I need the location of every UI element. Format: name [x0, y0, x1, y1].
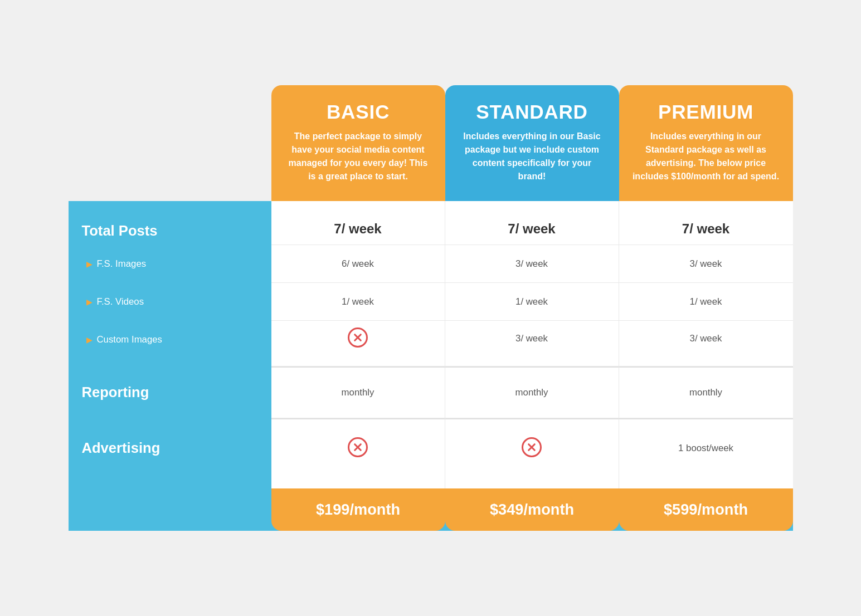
standard-advertising-unavailable-icon — [522, 437, 542, 457]
premium-fs-videos-cell: 1/ week — [619, 283, 793, 321]
basic-custom-images-cell — [271, 321, 445, 366]
custom-images-row: ▶ Custom Images 3/ week 3/ week — [69, 321, 793, 366]
total-posts-row: Total Posts 7/ week 7/ week 7/ week — [69, 201, 793, 245]
basic-fs-videos-cell: 1/ week — [271, 283, 445, 321]
total-posts-label: Total Posts — [82, 223, 258, 239]
standard-price-text: $349/month — [490, 501, 574, 518]
header-row: BASIC The perfect package to simply have… — [69, 85, 793, 201]
advertising-label: Advertising — [82, 440, 258, 456]
premium-reporting-cell: monthly — [619, 366, 793, 418]
premium-price: $599/month — [619, 488, 793, 531]
standard-total-posts-value: 7/ week — [508, 221, 555, 236]
premium-price-cell: $599/month — [619, 488, 793, 531]
custom-images-arrow-icon: ▶ — [86, 335, 93, 344]
empty-header — [69, 85, 271, 201]
price-row: $199/month $349/month $599/month — [69, 488, 793, 531]
basic-advertising-cell — [271, 418, 445, 488]
standard-advertising-cell — [445, 418, 619, 488]
reporting-row: Reporting monthly monthly monthly — [69, 366, 793, 418]
fs-videos-arrow-icon: ▶ — [86, 297, 93, 306]
premium-fs-images-cell: 3/ week — [619, 245, 793, 283]
basic-total-posts-value: 7/ week — [334, 221, 381, 236]
premium-total-posts-value: 7/ week — [682, 221, 729, 236]
pricing-container: BASIC The perfect package to simply have… — [69, 85, 793, 531]
reporting-label: Reporting — [82, 384, 258, 400]
standard-fs-images-value: 3/ week — [515, 258, 548, 269]
advertising-label-cell: Advertising — [69, 418, 271, 488]
standard-custom-images-value: 3/ week — [515, 333, 548, 344]
standard-total-posts-cell: 7/ week — [445, 201, 619, 245]
standard-reporting-cell: monthly — [445, 366, 619, 418]
basic-fs-images-cell: 6/ week — [271, 245, 445, 283]
basic-price-text: $199/month — [316, 501, 400, 518]
pricing-table: BASIC The perfect package to simply have… — [69, 85, 793, 531]
basic-plan-header: BASIC The perfect package to simply have… — [271, 85, 445, 201]
advertising-row: Advertising 1 boost/week — [69, 418, 793, 488]
standard-header: STANDARD Includes everything in our Basi… — [445, 85, 619, 201]
basic-plan-name: BASIC — [285, 101, 432, 123]
total-posts-label-cell: Total Posts — [69, 201, 271, 245]
premium-advertising-cell: 1 boost/week — [619, 418, 793, 488]
standard-custom-images-cell: 3/ week — [445, 321, 619, 366]
standard-plan-desc: Includes everything in our Basic package… — [459, 130, 606, 183]
standard-plan-header: STANDARD Includes everything in our Basi… — [445, 85, 619, 201]
premium-price-text: $599/month — [664, 501, 748, 518]
price-empty-cell — [69, 488, 271, 531]
basic-custom-images-unavailable-icon — [348, 327, 368, 348]
premium-total-posts-cell: 7/ week — [619, 201, 793, 245]
basic-fs-videos-value: 1/ week — [342, 296, 374, 307]
premium-fs-images-value: 3/ week — [690, 258, 722, 269]
custom-images-label: ▶ Custom Images — [82, 329, 258, 351]
basic-reporting-value: monthly — [342, 387, 374, 398]
premium-reporting-value: monthly — [689, 387, 722, 398]
premium-custom-images-value: 3/ week — [690, 333, 722, 344]
basic-price: $199/month — [271, 488, 445, 531]
reporting-label-cell: Reporting — [69, 366, 271, 418]
basic-price-cell: $199/month — [271, 488, 445, 531]
premium-advertising-value: 1 boost/week — [678, 443, 733, 453]
fs-images-label: ▶ F.S. Images — [82, 253, 258, 275]
fs-videos-label-cell: ▶ F.S. Videos — [69, 283, 271, 321]
standard-fs-videos-cell: 1/ week — [445, 283, 619, 321]
fs-images-row: ▶ F.S. Images 6/ week 3/ week 3/ week — [69, 245, 793, 283]
premium-plan-header: PREMIUM Includes everything in our Stand… — [619, 85, 793, 201]
premium-plan-name: PREMIUM — [633, 101, 780, 123]
standard-plan-name: STANDARD — [459, 101, 606, 123]
standard-price: $349/month — [445, 488, 619, 531]
fs-images-label-cell: ▶ F.S. Images — [69, 245, 271, 283]
premium-custom-images-cell: 3/ week — [619, 321, 793, 366]
basic-fs-images-value: 6/ week — [342, 258, 374, 269]
basic-reporting-cell: monthly — [271, 366, 445, 418]
custom-images-label-cell: ▶ Custom Images — [69, 321, 271, 366]
standard-fs-images-cell: 3/ week — [445, 245, 619, 283]
fs-videos-row: ▶ F.S. Videos 1/ week 1/ week 1/ week — [69, 283, 793, 321]
premium-fs-videos-value: 1/ week — [690, 296, 722, 307]
basic-plan-desc: The perfect package to simply have your … — [285, 130, 432, 183]
basic-advertising-unavailable-icon — [348, 437, 368, 457]
basic-total-posts-cell: 7/ week — [271, 201, 445, 245]
standard-price-cell: $349/month — [445, 488, 619, 531]
premium-header: PREMIUM Includes everything in our Stand… — [619, 85, 793, 201]
fs-images-arrow-icon: ▶ — [86, 260, 93, 268]
standard-fs-videos-value: 1/ week — [515, 296, 548, 307]
fs-videos-label: ▶ F.S. Videos — [82, 291, 258, 313]
standard-reporting-value: monthly — [515, 387, 548, 398]
premium-plan-desc: Includes everything in our Standard pack… — [633, 130, 780, 183]
basic-header: BASIC The perfect package to simply have… — [271, 85, 445, 201]
